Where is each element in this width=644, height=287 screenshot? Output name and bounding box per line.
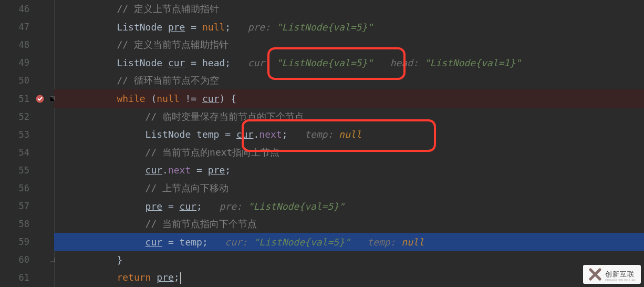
line-number: 50 [0,75,33,86]
text-caret [180,272,181,284]
identifier-token: cur [146,165,163,176]
operator-token: != [185,93,196,104]
inline-hint-value: "ListNode{val=5}" [276,57,373,68]
line-number: 58 [0,219,33,229]
code-line: 47 ListNode pre = null; pre: "ListNode{v… [0,18,644,36]
execution-line: 59 cur = temp; cur: "ListNode{val=5}" te… [0,233,644,251]
type-token: ListNode [146,129,191,140]
code-editor[interactable]: 46 // 定义上节点辅助指针 47 ListNode pre = null; … [0,0,644,287]
fold-toggle-icon[interactable] [49,96,56,102]
variable-token: cur [168,57,185,68]
breakpoint-line: 51 while (null != cur) { [0,89,644,107]
fold-close-icon[interactable] [49,257,56,263]
comment-text: // 当前节点指向下个节点 [146,218,257,229]
type-token: ListNode [117,57,162,68]
comment-text: // 定义当前节点辅助指针 [117,39,228,50]
inline-hint-value: "ListNode{val=5}" [254,237,350,248]
identifier-token: head [202,57,225,68]
inline-hint-value: "ListNode{val=1}" [424,57,521,68]
watermark-logo: 创新互联 CHUANG XIN HU LIAN [583,265,641,284]
line-number: 53 [0,129,33,140]
line-number: 52 [0,111,33,122]
line-number: 55 [0,165,33,176]
code-line: 46 // 定义上节点辅助指针 [0,0,644,18]
keyword-token: null [202,22,225,33]
variable-token: cur [202,93,220,104]
identifier-token: cur [180,201,197,212]
keyword-token: while [117,93,145,104]
line-number: 48 [0,39,33,50]
brace-token: { [231,93,236,104]
identifier-token: pre [208,165,225,176]
logo-subtext: CHUANG XIN HU LIAN [605,279,636,282]
line-number: 47 [0,22,33,32]
inline-hint-label: temp: [367,237,396,248]
line-number: 46 [0,4,33,14]
line-number: 59 [0,237,33,247]
keyword-token: return [117,272,151,283]
comment-text: // 临时变量保存当前节点的下个节点 [146,111,305,122]
brace-token: } [117,254,122,265]
identifier-token: cur [236,129,254,140]
inline-hint-label: pre: [248,22,271,33]
inline-hint-label: pre: [219,201,242,212]
variable-token: temp [196,129,219,140]
line-number: 60 [0,254,33,265]
comment-text: // 当前节点的next指向上节点 [146,147,280,158]
type-token: ListNode [117,22,162,33]
line-number: 49 [0,57,33,68]
keyword-token: null [157,93,179,104]
breakpoint-icon[interactable] [35,94,45,104]
inline-hint-label: head: [390,57,419,68]
inline-hint-label: cur: [225,237,247,248]
inline-hint-value: "ListNode{val=5}" [276,22,373,33]
variable-token: pre [168,22,185,33]
inline-hint-label: cur: [248,57,271,68]
inline-hint-value: null [401,237,424,248]
identifier-token: pre [146,201,163,212]
field-token: next [168,165,191,176]
line-number: 54 [0,147,33,158]
comment-text: // 循环当前节点不为空 [117,75,219,86]
comment-text: // 定义上节点辅助指针 [117,3,219,14]
identifier-token: cur [146,237,163,248]
inline-hint-label: temp: [305,129,333,140]
logo-icon [588,268,602,281]
comment-text: // 上节点向下移动 [146,182,229,193]
identifier-token: pre [157,272,174,283]
line-number: 51 [0,94,33,104]
inline-hint-value: "ListNode{val=5}" [248,201,345,212]
logo-text: 创新互联 [605,270,635,278]
identifier-token: temp [180,237,202,248]
line-number: 57 [0,201,33,211]
line-number: 56 [0,183,33,193]
inline-hint-value: null [339,129,361,140]
field-token: next [259,129,282,140]
line-number: 61 [0,272,33,283]
